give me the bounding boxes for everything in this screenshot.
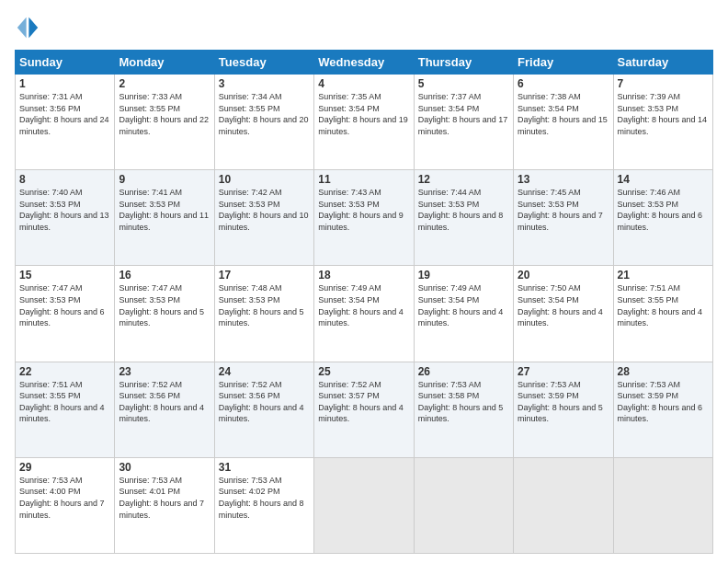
day-info: Sunrise: 7:53 AMSunset: 4:01 PMDaylight:… <box>119 475 210 521</box>
day-info: Sunrise: 7:47 AMSunset: 3:53 PMDaylight:… <box>19 282 110 328</box>
day-info: Sunrise: 7:44 AMSunset: 3:53 PMDaylight:… <box>418 187 509 233</box>
day-number: 6 <box>518 77 609 90</box>
day-info: Sunrise: 7:52 AMSunset: 3:57 PMDaylight:… <box>318 379 409 425</box>
calendar-cell: 20 Sunrise: 7:50 AMSunset: 3:54 PMDaylig… <box>514 266 613 362</box>
day-info: Sunrise: 7:38 AMSunset: 3:54 PMDaylight:… <box>518 91 609 137</box>
calendar-cell: 11 Sunrise: 7:43 AMSunset: 3:53 PMDaylig… <box>314 170 414 266</box>
calendar-week-4: 22 Sunrise: 7:51 AMSunset: 3:55 PMDaylig… <box>16 362 713 457</box>
calendar-cell: 16 Sunrise: 7:47 AMSunset: 3:53 PMDaylig… <box>115 266 214 362</box>
calendar-header-thursday: Thursday <box>414 51 513 75</box>
calendar-cell: 13 Sunrise: 7:45 AMSunset: 3:53 PMDaylig… <box>514 170 613 266</box>
calendar-cell <box>514 457 613 553</box>
day-info: Sunrise: 7:45 AMSunset: 3:53 PMDaylight:… <box>518 187 609 233</box>
svg-marker-0 <box>28 17 38 38</box>
calendar-cell: 1 Sunrise: 7:31 AMSunset: 3:56 PMDayligh… <box>16 75 115 170</box>
calendar-cell: 15 Sunrise: 7:47 AMSunset: 3:53 PMDaylig… <box>16 266 115 362</box>
day-number: 16 <box>119 269 210 282</box>
calendar-cell: 14 Sunrise: 7:46 AMSunset: 3:53 PMDaylig… <box>613 170 712 266</box>
calendar-cell: 10 Sunrise: 7:42 AMSunset: 3:53 PMDaylig… <box>214 170 313 266</box>
day-info: Sunrise: 7:49 AMSunset: 3:54 PMDaylight:… <box>318 282 409 328</box>
calendar-cell: 9 Sunrise: 7:41 AMSunset: 3:53 PMDayligh… <box>115 170 214 266</box>
day-info: Sunrise: 7:51 AMSunset: 3:55 PMDaylight:… <box>618 282 709 328</box>
day-info: Sunrise: 7:49 AMSunset: 3:54 PMDaylight:… <box>418 282 509 328</box>
day-info: Sunrise: 7:40 AMSunset: 3:53 PMDaylight:… <box>19 187 110 233</box>
page: SundayMondayTuesdayWednesdayThursdayFrid… <box>0 0 728 563</box>
calendar-cell: 2 Sunrise: 7:33 AMSunset: 3:55 PMDayligh… <box>115 75 214 170</box>
calendar-week-1: 1 Sunrise: 7:31 AMSunset: 3:56 PMDayligh… <box>16 75 713 170</box>
day-info: Sunrise: 7:35 AMSunset: 3:54 PMDaylight:… <box>318 91 409 137</box>
svg-marker-1 <box>17 17 27 38</box>
day-number: 1 <box>19 77 110 90</box>
day-info: Sunrise: 7:53 AMSunset: 4:02 PMDaylight:… <box>219 475 310 521</box>
day-info: Sunrise: 7:41 AMSunset: 3:53 PMDaylight:… <box>119 187 210 233</box>
calendar-cell: 7 Sunrise: 7:39 AMSunset: 3:53 PMDayligh… <box>613 75 712 170</box>
day-number: 8 <box>19 173 110 186</box>
calendar-header-friday: Friday <box>514 51 613 75</box>
day-number: 26 <box>418 365 509 378</box>
day-info: Sunrise: 7:53 AMSunset: 3:59 PMDaylight:… <box>518 379 609 425</box>
calendar-cell: 5 Sunrise: 7:37 AMSunset: 3:54 PMDayligh… <box>414 75 513 170</box>
calendar-cell: 18 Sunrise: 7:49 AMSunset: 3:54 PMDaylig… <box>314 266 414 362</box>
day-info: Sunrise: 7:43 AMSunset: 3:53 PMDaylight:… <box>318 187 409 233</box>
day-info: Sunrise: 7:50 AMSunset: 3:54 PMDaylight:… <box>518 282 609 328</box>
day-info: Sunrise: 7:53 AMSunset: 4:00 PMDaylight:… <box>19 475 110 521</box>
day-number: 22 <box>19 365 110 378</box>
day-number: 31 <box>219 461 310 474</box>
day-number: 23 <box>119 365 210 378</box>
day-info: Sunrise: 7:34 AMSunset: 3:55 PMDaylight:… <box>219 91 310 137</box>
calendar-cell: 23 Sunrise: 7:52 AMSunset: 3:56 PMDaylig… <box>115 362 214 457</box>
logo <box>15 15 44 40</box>
day-number: 14 <box>618 173 709 186</box>
calendar-cell: 19 Sunrise: 7:49 AMSunset: 3:54 PMDaylig… <box>414 266 513 362</box>
day-number: 18 <box>318 269 409 282</box>
day-number: 15 <box>19 269 110 282</box>
day-number: 13 <box>518 173 609 186</box>
day-number: 10 <box>219 173 310 186</box>
header <box>15 15 713 40</box>
day-info: Sunrise: 7:33 AMSunset: 3:55 PMDaylight:… <box>119 91 210 137</box>
day-info: Sunrise: 7:39 AMSunset: 3:53 PMDaylight:… <box>618 91 709 137</box>
calendar-cell: 27 Sunrise: 7:53 AMSunset: 3:59 PMDaylig… <box>514 362 613 457</box>
day-number: 20 <box>518 269 609 282</box>
calendar-week-5: 29 Sunrise: 7:53 AMSunset: 4:00 PMDaylig… <box>16 457 713 553</box>
calendar-header-saturday: Saturday <box>613 51 712 75</box>
day-number: 2 <box>119 77 210 90</box>
day-number: 3 <box>219 77 310 90</box>
day-number: 17 <box>219 269 310 282</box>
calendar-header-sunday: Sunday <box>16 51 115 75</box>
day-info: Sunrise: 7:52 AMSunset: 3:56 PMDaylight:… <box>219 379 310 425</box>
day-number: 25 <box>318 365 409 378</box>
calendar-cell <box>414 457 513 553</box>
day-number: 4 <box>318 77 409 90</box>
day-number: 30 <box>119 461 210 474</box>
calendar-cell <box>314 457 414 553</box>
calendar-cell: 8 Sunrise: 7:40 AMSunset: 3:53 PMDayligh… <box>16 170 115 266</box>
calendar-cell: 24 Sunrise: 7:52 AMSunset: 3:56 PMDaylig… <box>214 362 313 457</box>
calendar-cell: 4 Sunrise: 7:35 AMSunset: 3:54 PMDayligh… <box>314 75 414 170</box>
calendar-header-row: SundayMondayTuesdayWednesdayThursdayFrid… <box>16 51 713 75</box>
calendar-cell: 3 Sunrise: 7:34 AMSunset: 3:55 PMDayligh… <box>214 75 313 170</box>
day-number: 27 <box>518 365 609 378</box>
day-info: Sunrise: 7:53 AMSunset: 3:59 PMDaylight:… <box>618 379 709 425</box>
calendar-cell: 28 Sunrise: 7:53 AMSunset: 3:59 PMDaylig… <box>613 362 712 457</box>
calendar-body: 1 Sunrise: 7:31 AMSunset: 3:56 PMDayligh… <box>16 75 713 554</box>
calendar-cell: 29 Sunrise: 7:53 AMSunset: 4:00 PMDaylig… <box>16 457 115 553</box>
day-number: 24 <box>219 365 310 378</box>
day-number: 5 <box>418 77 509 90</box>
day-info: Sunrise: 7:53 AMSunset: 3:58 PMDaylight:… <box>418 379 509 425</box>
calendar-cell: 25 Sunrise: 7:52 AMSunset: 3:57 PMDaylig… <box>314 362 414 457</box>
calendar-week-2: 8 Sunrise: 7:40 AMSunset: 3:53 PMDayligh… <box>16 170 713 266</box>
calendar-cell: 31 Sunrise: 7:53 AMSunset: 4:02 PMDaylig… <box>214 457 313 553</box>
calendar-cell: 6 Sunrise: 7:38 AMSunset: 3:54 PMDayligh… <box>514 75 613 170</box>
day-info: Sunrise: 7:47 AMSunset: 3:53 PMDaylight:… <box>119 282 210 328</box>
day-number: 21 <box>618 269 709 282</box>
day-info: Sunrise: 7:48 AMSunset: 3:53 PMDaylight:… <box>219 282 310 328</box>
day-number: 28 <box>618 365 709 378</box>
calendar-week-3: 15 Sunrise: 7:47 AMSunset: 3:53 PMDaylig… <box>16 266 713 362</box>
day-number: 12 <box>418 173 509 186</box>
calendar-cell: 26 Sunrise: 7:53 AMSunset: 3:58 PMDaylig… <box>414 362 513 457</box>
calendar-cell <box>613 457 712 553</box>
day-number: 7 <box>618 77 709 90</box>
logo-icon <box>15 15 40 40</box>
day-info: Sunrise: 7:31 AMSunset: 3:56 PMDaylight:… <box>19 91 110 137</box>
